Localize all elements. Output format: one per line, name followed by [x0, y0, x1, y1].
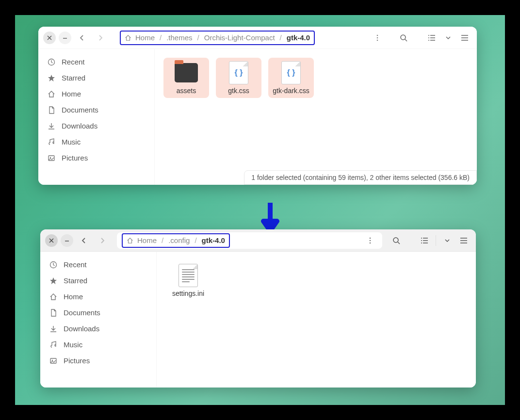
window-body: Recent Starred Home Documents Downloads [40, 252, 476, 388]
home-icon [125, 34, 131, 41]
search-button[interactable] [389, 233, 404, 248]
svg-point-8 [370, 240, 371, 241]
path-segment-current[interactable]: gtk-4.0 [202, 236, 225, 244]
content-pane[interactable]: assets { } gtk.css { } gtk-dark.css 1 fo… [155, 49, 477, 185]
sidebar-item-downloads[interactable]: Downloads [38, 118, 154, 134]
hamburger-menu-button[interactable] [456, 233, 471, 248]
nav-back-button[interactable] [77, 234, 91, 247]
documents-icon [47, 106, 56, 114]
close-button[interactable] [45, 234, 58, 247]
window-body: Recent Starred Home Documents Downloads [38, 49, 477, 185]
music-icon [49, 341, 58, 349]
sidebar-item-starred[interactable]: Starred [40, 273, 156, 289]
sidebar: Recent Starred Home Documents Downloads [38, 49, 155, 185]
close-button[interactable] [43, 32, 56, 44]
file-item-settings-ini[interactable]: settings.ini [165, 260, 211, 301]
documents-icon [49, 309, 58, 317]
desktop-background: Home / .themes / Orchis-Light-Compact / … [15, 15, 505, 405]
clock-icon [49, 261, 58, 269]
home-icon [47, 90, 56, 98]
sidebar-item-recent[interactable]: Recent [40, 257, 156, 273]
sidebar-item-music[interactable]: Music [40, 337, 156, 353]
path-separator: / [197, 33, 199, 42]
sidebar-item-downloads[interactable]: Downloads [40, 321, 156, 337]
view-dropdown-button[interactable] [440, 233, 455, 248]
clock-icon [47, 58, 56, 66]
path-menu-button[interactable] [370, 31, 385, 45]
view-list-button[interactable] [424, 31, 439, 45]
sidebar-item-home[interactable]: Home [40, 289, 156, 305]
path-highlight: Home / .themes / Orchis-Light-Compact / … [120, 31, 315, 45]
music-icon [47, 138, 56, 146]
status-bar: 1 folder selected (containing 59 items),… [244, 170, 477, 185]
path-separator: / [280, 33, 282, 42]
svg-point-9 [370, 242, 371, 243]
view-list-button[interactable] [417, 233, 432, 248]
home-icon [127, 237, 133, 244]
sidebar-item-starred[interactable]: Starred [38, 70, 154, 86]
sidebar-item-home[interactable]: Home [38, 86, 154, 102]
path-segment-current[interactable]: gtk-4.0 [287, 33, 310, 42]
search-button[interactable] [396, 31, 411, 45]
svg-point-0 [377, 34, 378, 36]
toolbar-actions [389, 233, 471, 248]
sidebar-item-documents[interactable]: Documents [40, 305, 156, 321]
star-icon [47, 74, 56, 82]
content-pane[interactable]: settings.ini [157, 252, 476, 388]
path-bar: Home / .themes / Orchis-Light-Compact / … [115, 30, 390, 46]
path-menu-button[interactable] [363, 233, 377, 248]
pictures-icon [49, 357, 58, 365]
path-segment-themes[interactable]: .themes [166, 33, 192, 42]
divider [436, 235, 436, 246]
downloads-icon [49, 325, 58, 333]
sidebar-item-pictures[interactable]: Pictures [40, 353, 156, 369]
titlebar: Home / .themes / Orchis-Light-Compact / … [38, 27, 477, 49]
toolbar-actions [396, 31, 472, 45]
file-manager-window-1: Home / .themes / Orchis-Light-Compact / … [38, 27, 477, 185]
path-highlight: Home / .config / gtk-4.0 [122, 233, 230, 248]
sidebar-item-pictures[interactable]: Pictures [38, 150, 154, 166]
path-separator: / [160, 33, 162, 42]
file-manager-window-2: Home / .config / gtk-4.0 [40, 229, 476, 388]
nav-forward-button[interactable] [96, 234, 109, 247]
path-segment-config[interactable]: .config [168, 236, 190, 244]
nav-back-button[interactable] [75, 31, 89, 45]
css-file-icon: { } [227, 61, 251, 85]
svg-point-2 [377, 39, 378, 41]
path-segment-home[interactable]: Home [127, 236, 157, 244]
downloads-icon [47, 122, 56, 130]
svg-point-3 [401, 35, 406, 40]
folder-icon [174, 61, 198, 85]
path-bar: Home / .config / gtk-4.0 [117, 232, 382, 249]
path-segment-home[interactable]: Home [125, 33, 155, 42]
svg-point-7 [370, 237, 371, 239]
view-dropdown-button[interactable] [441, 31, 455, 45]
file-item-gtk-css[interactable]: { } gtk.css [216, 58, 261, 98]
sidebar-item-music[interactable]: Music [38, 134, 154, 150]
file-item-assets[interactable]: assets [163, 58, 209, 98]
nav-forward-button[interactable] [94, 31, 107, 45]
titlebar: Home / .config / gtk-4.0 [40, 229, 476, 252]
pictures-icon [47, 154, 56, 162]
hamburger-menu-button[interactable] [457, 31, 472, 45]
minimize-button[interactable] [59, 32, 71, 44]
star-icon [49, 277, 58, 285]
svg-point-10 [393, 238, 398, 242]
svg-point-1 [377, 37, 378, 38]
file-item-gtk-dark-css[interactable]: { } gtk-dark.css [268, 58, 314, 98]
path-separator: / [195, 236, 196, 244]
minimize-button[interactable] [61, 234, 73, 247]
css-file-icon: { } [279, 61, 303, 85]
svg-point-13 [52, 359, 53, 360]
text-file-icon [176, 263, 200, 288]
svg-point-6 [50, 157, 51, 158]
sidebar-item-recent[interactable]: Recent [38, 54, 154, 70]
home-icon [49, 293, 58, 301]
path-segment-orchis[interactable]: Orchis-Light-Compact [204, 33, 275, 42]
sidebar-item-documents[interactable]: Documents [38, 102, 154, 118]
sidebar: Recent Starred Home Documents Downloads [40, 252, 157, 388]
path-separator: / [162, 236, 163, 244]
